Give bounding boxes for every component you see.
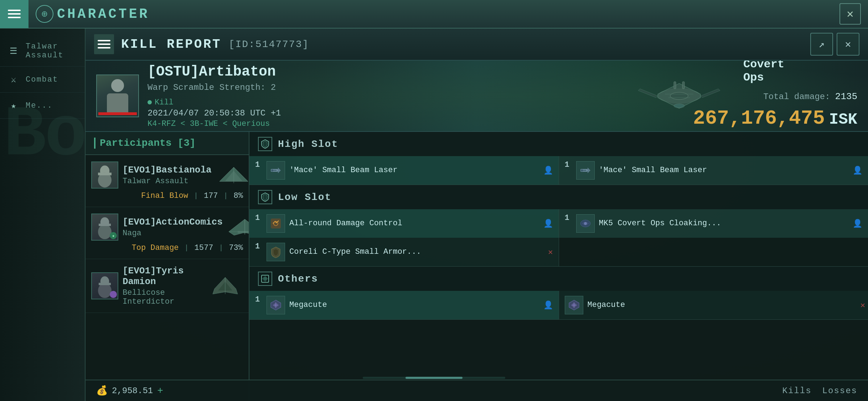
participant-item-2[interactable]: ★ [EVO1]ActionComics Naga xyxy=(86,207,249,259)
stat-divider-2: | xyxy=(224,192,228,200)
kills-tab[interactable]: Kills xyxy=(782,386,812,396)
hamburger-menu-button[interactable] xyxy=(0,0,29,28)
low-slot-cloak[interactable]: 1 MK5 Covert Ops Cloaking... 👤 xyxy=(559,209,868,238)
participant-info-1: [EVO1]Bastianola Talwar Assault xyxy=(123,165,212,186)
victim-body xyxy=(107,93,128,115)
eq-qty-6: 1 xyxy=(255,295,262,304)
equipment-panel: High Slot 1 xyxy=(249,132,868,401)
kill-report-id: [ID:5147773] xyxy=(229,39,309,50)
stat-divider-4: | xyxy=(219,244,223,252)
others-section: Others 1 xyxy=(249,267,868,320)
low-slot-title: Low Slot xyxy=(278,192,331,203)
cloaking-icon xyxy=(579,217,592,230)
victim-right-info: Imicus Covert Ops Frigate Total damage: … xyxy=(743,61,857,131)
low-slot-armor[interactable]: 1 Coreli C-Type Small Armor... ✕ xyxy=(249,238,559,266)
sidebar-item-bio[interactable]: ☰ Talwar Assault xyxy=(0,36,85,67)
star-badge: ★ xyxy=(110,232,117,239)
low-slot-header: Low Slot xyxy=(249,185,868,209)
others-header: Others xyxy=(249,267,868,291)
participant-item[interactable]: [EVO1]Bastianola Talwar Assault xyxy=(86,155,249,207)
svg-point-40 xyxy=(584,222,587,225)
app-title: CHARACTER xyxy=(57,6,149,22)
add-button[interactable]: + xyxy=(157,385,163,396)
stat-damage-1: 177 xyxy=(204,191,218,200)
stat-percent-2: 73% xyxy=(229,243,243,252)
participants-bracket-open: [ xyxy=(177,138,184,149)
losses-tab[interactable]: Losses xyxy=(822,386,857,396)
eq-qty-1: 1 xyxy=(255,160,262,169)
bottom-right-tabs: Kills Losses xyxy=(782,386,857,396)
svg-rect-20 xyxy=(238,231,249,233)
mace-laser-icon-right xyxy=(576,161,595,180)
participant-avatar-1 xyxy=(91,161,118,189)
svg-point-2 xyxy=(670,92,688,99)
low-slot-icon xyxy=(258,190,272,204)
low-slot-row-1: 1 All-round Damage Control 👤 xyxy=(249,209,868,238)
eq-name-damage-ctrl: All-round Damage Control xyxy=(289,219,539,229)
svg-point-24 xyxy=(98,283,112,298)
sidebar-item-medals[interactable]: ★ Me... xyxy=(0,93,85,119)
bottom-amount: 2,958.51 xyxy=(112,386,153,396)
svg-marker-30 xyxy=(278,168,281,173)
box-icon xyxy=(260,274,270,284)
svg-rect-18 xyxy=(99,223,111,226)
participant-name-3: [EVO1]Tyris Damion xyxy=(123,266,203,287)
participants-list: [EVO1]Bastianola Talwar Assault xyxy=(86,155,249,401)
victim-name: [OSTU]Artibaton xyxy=(148,64,281,80)
kill-report-panel: KILL REPORT [ID:5147773] ↗ ✕ [OSTU]Artib… xyxy=(86,29,868,401)
participant-name-2: [EVO1]ActionComics xyxy=(123,217,223,227)
mace-laser-icon-left xyxy=(267,161,285,180)
svg-marker-4 xyxy=(701,89,720,98)
top-close-button[interactable]: ✕ xyxy=(839,3,861,25)
victim-avatar xyxy=(96,74,139,117)
low-slot-section: Low Slot 1 xyxy=(249,185,868,267)
high-slot-items: 1 'Mace' Small Beam Laser 👤 xyxy=(249,156,868,185)
kr-menu-icon xyxy=(98,40,110,48)
others-title: Others xyxy=(278,273,318,284)
participant-item-3[interactable]: [EVO1]Tyris Damion Bellicose Interdictor xyxy=(86,259,249,313)
eq-x-icon-1: ✕ xyxy=(548,247,553,257)
sidebar-item-combat[interactable]: ⚔ Combat xyxy=(0,67,85,93)
naga-ship-icon xyxy=(227,217,249,237)
stat-divider-3: | xyxy=(185,244,189,252)
high-slot-icon xyxy=(258,137,272,151)
mega-icon-right xyxy=(568,299,580,312)
victim-head xyxy=(111,79,124,92)
participants-bracket-close: ] xyxy=(190,138,196,149)
close-kill-report-button[interactable]: ✕ xyxy=(837,33,859,56)
svg-point-5 xyxy=(674,104,684,108)
victim-red-bar xyxy=(98,112,137,115)
eq-qty-5: 1 xyxy=(255,242,262,251)
others-item-left[interactable]: 1 Megacute 👤 xyxy=(249,291,559,319)
high-slot-item-left[interactable]: 1 'Mace' Small Beam Laser 👤 xyxy=(249,156,559,185)
combat-icon: ⚔ xyxy=(7,73,20,86)
talwar-ship-icon xyxy=(216,165,249,185)
eq-name-mace-1: 'Mace' Small Beam Laser xyxy=(289,165,539,176)
laser-icon xyxy=(269,164,282,177)
character-icon-area: ⊕ CHARACTER xyxy=(29,5,156,23)
others-icon xyxy=(258,272,272,286)
high-slot-item-right[interactable]: 1 'Mace' Small Beam Laser 👤 xyxy=(559,156,868,185)
isk-amount: 267,176,475 xyxy=(693,107,825,130)
cloak-icon xyxy=(576,214,595,233)
eq-name-mace-2: 'Mace' Small Beam Laser xyxy=(599,165,849,176)
sidebar-combat-label: Combat xyxy=(26,75,58,84)
kr-menu-button[interactable] xyxy=(94,34,114,54)
eq-person-icon-3: 👤 xyxy=(543,219,553,228)
scroll-indicator[interactable] xyxy=(363,377,505,379)
participants-count: 3 xyxy=(184,138,190,149)
external-link-button[interactable]: ↗ xyxy=(810,33,833,56)
participant-top-row-2: ★ [EVO1]ActionComics Naga xyxy=(91,214,243,241)
equipment-scrollable[interactable]: High Slot 1 xyxy=(249,132,868,401)
top-damage-label: Top Damage xyxy=(132,243,179,252)
others-item-right[interactable]: Megacute ✕ xyxy=(559,291,868,319)
participant-ship-1: Talwar Assault xyxy=(123,177,212,186)
bellicose-ship-icon xyxy=(207,276,243,296)
victim-avatar-inner xyxy=(97,75,138,117)
eq-name-cloak: MK5 Covert Ops Cloaking... xyxy=(599,219,849,229)
participant-stats-row-1: Final Blow | 177 | 8% xyxy=(91,191,243,200)
eq-qty-4: 1 xyxy=(565,214,572,222)
svg-marker-3 xyxy=(638,89,658,98)
low-slot-damage-control[interactable]: 1 All-round Damage Control 👤 xyxy=(249,209,559,238)
bottom-left: 💰 2,958.51 + xyxy=(96,385,163,396)
